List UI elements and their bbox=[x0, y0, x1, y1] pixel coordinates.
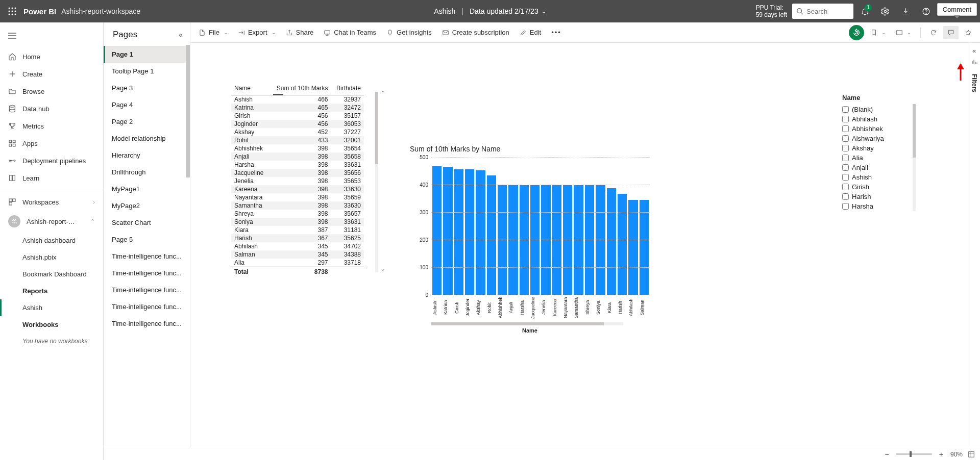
ppu-trial-label[interactable]: PPU Trial: 59 days left bbox=[756, 4, 787, 19]
table-row[interactable]: Samantha39833630 bbox=[231, 201, 364, 210]
slicer-item[interactable]: Akshay bbox=[842, 143, 909, 153]
table-row[interactable]: Kiara38731181 bbox=[231, 226, 364, 234]
slicer-item[interactable]: Harsha bbox=[842, 201, 909, 211]
cmd-bookmark[interactable]: ⌄ bbox=[866, 26, 890, 39]
chart-bar[interactable] bbox=[618, 194, 627, 295]
page-tab[interactable]: MyPage1 bbox=[104, 181, 190, 197]
slicer-checkbox[interactable] bbox=[842, 106, 849, 113]
nav-current-workspace[interactable]: Ashish-report-work...⌃ bbox=[0, 211, 103, 232]
table-row[interactable]: Joginder45636053 bbox=[231, 120, 364, 128]
page-tab[interactable]: Page 3 bbox=[104, 80, 190, 96]
page-tab[interactable]: Time-intelligence func... bbox=[104, 248, 190, 265]
ws-item-bookmark[interactable]: Bookmark Dashboard bbox=[0, 266, 103, 283]
chart-bar[interactable] bbox=[607, 188, 616, 295]
col-birthdate[interactable]: Birthdate bbox=[331, 84, 364, 95]
pages-collapse-button[interactable]: « bbox=[179, 31, 183, 39]
notifications-button[interactable]: 1 bbox=[855, 2, 874, 20]
chart-bar[interactable] bbox=[640, 200, 649, 295]
help-button[interactable] bbox=[917, 2, 935, 20]
chevron-down-icon[interactable]: ⌄ bbox=[542, 8, 546, 15]
nav-pipelines[interactable]: Deployment pipelines bbox=[0, 152, 103, 169]
filters-pane-collapsed[interactable]: « Filters bbox=[968, 43, 980, 448]
page-tab[interactable]: Scatter Chart bbox=[104, 214, 190, 231]
table-row[interactable]: Abhilash34534702 bbox=[231, 242, 364, 250]
cmd-reset[interactable] bbox=[849, 25, 864, 40]
filters-expand-button[interactable]: « bbox=[972, 47, 976, 55]
slicer-checkbox[interactable] bbox=[842, 164, 849, 171]
slicer-item[interactable]: Girish bbox=[842, 182, 909, 192]
cmd-refresh[interactable] bbox=[926, 26, 941, 39]
table-row[interactable]: Harsha39833631 bbox=[231, 161, 364, 169]
table-scrollbar[interactable] bbox=[375, 92, 378, 272]
table-row[interactable]: Harish36735625 bbox=[231, 234, 364, 242]
visual-table[interactable]: Name Sum of 10th Marks Birthdate Ashish4… bbox=[231, 84, 389, 276]
slicer-checkbox[interactable] bbox=[842, 193, 849, 200]
ws-item-pbix[interactable]: Ashish.pbix bbox=[0, 249, 103, 266]
nav-apps[interactable]: Apps bbox=[0, 135, 103, 152]
table-row[interactable]: Jenelia39835653 bbox=[231, 177, 364, 185]
table-page-down[interactable]: ⌄ bbox=[379, 265, 386, 272]
table-row[interactable]: Abhishhek39835654 bbox=[231, 144, 364, 152]
page-tab[interactable]: Time-intelligence func... bbox=[104, 282, 190, 298]
slicer-checkbox[interactable] bbox=[842, 116, 849, 122]
cmd-chat-teams[interactable]: Chat in Teams bbox=[320, 25, 380, 39]
slicer-checkbox[interactable] bbox=[842, 135, 849, 142]
table-row[interactable]: Alia29733718 bbox=[231, 259, 364, 267]
slicer-checkbox[interactable] bbox=[842, 184, 849, 190]
chart-bar[interactable] bbox=[487, 175, 496, 295]
page-tab[interactable]: Time-intelligence func... bbox=[104, 298, 190, 315]
slicer-item[interactable]: Anjali bbox=[842, 163, 909, 172]
zoom-slider[interactable] bbox=[896, 453, 932, 455]
table-row[interactable]: Akshay45237227 bbox=[231, 128, 364, 136]
table-row[interactable]: Ashish46632937 bbox=[231, 95, 364, 104]
nav-learn[interactable]: Learn bbox=[0, 169, 103, 187]
page-tab[interactable]: MyPage2 bbox=[104, 197, 190, 214]
app-launcher-button[interactable] bbox=[4, 3, 20, 19]
page-tab[interactable]: Time-intelligence func... bbox=[104, 265, 190, 282]
page-tab[interactable]: Page 2 bbox=[104, 113, 190, 130]
slicer-checkbox[interactable] bbox=[842, 174, 849, 181]
cmd-subscribe[interactable]: Create subscription bbox=[438, 25, 513, 39]
page-tab[interactable]: Time-intelligence func... bbox=[104, 315, 190, 332]
zoom-out-button[interactable]: − bbox=[883, 450, 891, 458]
slicer-scrollbar[interactable] bbox=[913, 104, 916, 211]
ws-item-report-ashish[interactable]: Ashish bbox=[0, 299, 103, 316]
cmd-export[interactable]: Export⌄ bbox=[234, 25, 280, 39]
slicer-checkbox[interactable] bbox=[842, 145, 849, 151]
slicer-item[interactable]: Abhishhek bbox=[842, 124, 909, 134]
cmd-more[interactable]: ••• bbox=[547, 25, 566, 39]
col-sum[interactable]: Sum of 10th Marks bbox=[269, 84, 331, 95]
page-tab[interactable]: Page 1 bbox=[104, 46, 190, 63]
chart-bar[interactable] bbox=[465, 169, 474, 295]
slicer-item[interactable]: (Blank) bbox=[842, 105, 909, 114]
table-row[interactable]: Soniya39833631 bbox=[231, 218, 364, 226]
nav-datahub[interactable]: Data hub bbox=[0, 100, 103, 117]
pages-scrollbar[interactable] bbox=[186, 45, 190, 460]
nav-collapse-button[interactable] bbox=[2, 27, 22, 45]
slicer-checkbox[interactable] bbox=[842, 155, 849, 161]
table-row[interactable]: Salman34534388 bbox=[231, 250, 364, 259]
cmd-view[interactable]: ⌄ bbox=[892, 26, 915, 39]
slicer-item[interactable]: Alia bbox=[842, 153, 909, 163]
download-button[interactable] bbox=[896, 2, 915, 20]
col-name[interactable]: Name bbox=[231, 84, 269, 95]
visual-bar-chart[interactable]: Sum of 10th Marks by Name Sum of 10th Ma… bbox=[410, 145, 650, 334]
table-row[interactable]: Shreya39835657 bbox=[231, 210, 364, 218]
chart-bar[interactable] bbox=[628, 200, 638, 295]
table-row[interactable]: Anjali39835658 bbox=[231, 152, 364, 161]
cmd-insights[interactable]: Get insights bbox=[382, 25, 436, 39]
nav-metrics[interactable]: Metrics bbox=[0, 117, 103, 135]
table-row[interactable]: Jacqueline39835656 bbox=[231, 169, 364, 177]
cmd-file[interactable]: File⌄ bbox=[194, 25, 232, 39]
slicer-checkbox[interactable] bbox=[842, 203, 849, 210]
page-tab[interactable]: Page 5 bbox=[104, 231, 190, 248]
search-input[interactable] bbox=[806, 8, 847, 15]
table-row[interactable]: Kareena39833630 bbox=[231, 185, 364, 193]
table-row[interactable]: Katrina46532472 bbox=[231, 104, 364, 112]
nav-workspaces[interactable]: Workspaces› bbox=[0, 193, 103, 211]
page-tab[interactable]: Hierarchy bbox=[104, 147, 190, 164]
cmd-favorite[interactable] bbox=[961, 26, 976, 39]
slicer-item[interactable]: Aishwariya bbox=[842, 134, 909, 143]
slicer-item[interactable]: Ashish bbox=[842, 172, 909, 182]
nav-browse[interactable]: Browse bbox=[0, 83, 103, 100]
